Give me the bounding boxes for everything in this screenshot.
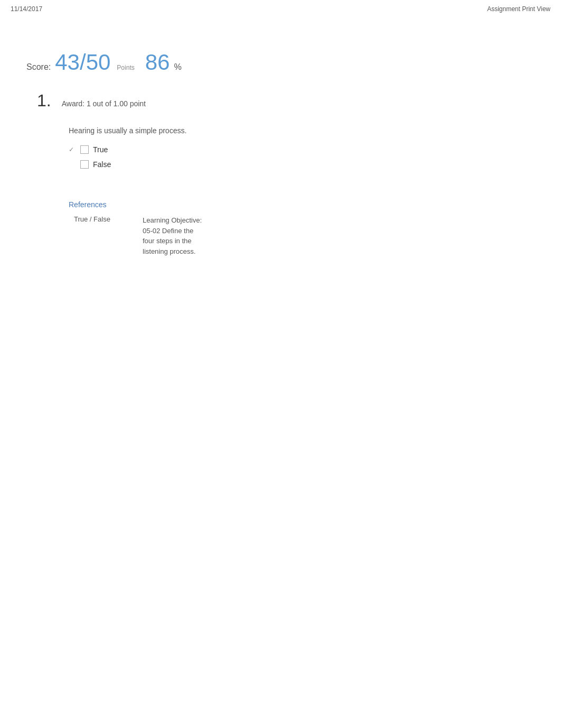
references-title: References [69,200,535,209]
ref-learning-objective: Learning Objective:05-02 Define thefour … [143,215,202,256]
score-section: Score: 43/50 Points 86 % [26,50,535,75]
score-value: 43/50 [55,50,110,75]
checkmark-icon: ✓ [69,146,76,153]
question-body: Hearing is usually a simple process. ✓ T… [69,126,535,256]
answer-label-false: False [93,160,111,169]
references-section: References True / False Learning Objecti… [69,200,535,256]
answer-row-true: ✓ True [69,145,535,154]
page-title: Assignment Print View [487,5,550,13]
question-number: 1. [37,91,51,110]
question-section: 1. Award: 1 out of 1.00 point Hearing is… [37,91,535,256]
references-table: True / False Learning Objective:05-02 De… [74,215,535,256]
percent-sign: % [174,62,181,72]
question-award: Award: 1 out of 1.00 point [62,99,146,108]
answer-box-true [80,145,89,154]
percent-value: 86 [145,50,170,75]
points-label: Points [117,64,134,71]
page-date: 11/14/2017 [11,5,42,13]
question-header: 1. Award: 1 out of 1.00 point [37,91,535,110]
answer-options: ✓ True False [69,145,535,169]
question-text: Hearing is usually a simple process. [69,126,535,135]
answer-box-false [80,160,89,169]
answer-label-true: True [93,145,108,154]
answer-row-false: False [69,160,535,169]
ref-type-label: True / False [74,215,127,256]
score-label: Score: [26,62,51,72]
